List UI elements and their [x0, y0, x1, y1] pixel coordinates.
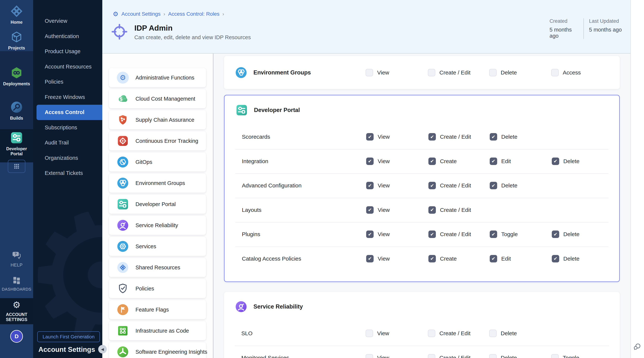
resource-category-feature-flags[interactable]: Feature Flags	[109, 300, 206, 319]
resource-category-shared-resources[interactable]: Shared Resources	[109, 258, 206, 277]
user-avatar[interactable]: D	[10, 330, 23, 343]
resource-category-gitops[interactable]: GitOps	[109, 152, 206, 171]
checkbox-delete-unchecked[interactable]	[489, 69, 496, 76]
resource-category-supply-chain-assurance[interactable]: Supply Chain Assurance	[109, 110, 206, 129]
resource-category-label: Shared Resources	[136, 264, 180, 271]
sidebar-item-audit-trail[interactable]: Audit Trail	[33, 135, 102, 150]
checkbox-view-unchecked[interactable]	[366, 69, 373, 76]
checkbox-delete-checked[interactable]: ✔	[490, 133, 497, 140]
sidebar-collapse-button[interactable]: ◀	[98, 345, 107, 353]
resource-category-continuous-error-tracking[interactable]: Continuous Error Tracking	[109, 131, 206, 150]
sidebar-item-policies[interactable]: Policies	[33, 74, 102, 90]
sidebar-item-external-tickets[interactable]: External Tickets	[33, 165, 102, 181]
breadcrumb-account-settings[interactable]: Account Settings	[121, 11, 160, 17]
checkbox-create-edit-checked[interactable]: ✔	[428, 206, 436, 214]
permission-label: Delete	[501, 134, 518, 140]
permission-label: Delete	[563, 256, 580, 262]
checkbox-delete-checked[interactable]: ✔	[552, 255, 559, 262]
permission-label: Access	[563, 69, 581, 76]
resource-category-environment-groups[interactable]: Environment Groups	[109, 173, 206, 193]
launch-first-generation-button[interactable]: Launch First Generation	[37, 331, 100, 342]
rail-module-home[interactable]: Home	[0, 5, 33, 25]
checkbox-edit-checked[interactable]: ✔	[490, 157, 497, 165]
sidebar-item-product-usage[interactable]: Product Usage	[33, 44, 102, 59]
permission-delete: Delete	[489, 354, 517, 358]
checkbox-create-checked[interactable]: ✔	[428, 157, 436, 165]
breadcrumb-access-control-roles[interactable]: Access Control: Roles	[168, 11, 219, 17]
checkbox-view-checked[interactable]: ✔	[366, 182, 374, 189]
rail-module-builds[interactable]: Builds	[0, 101, 33, 121]
permission-edit: ✔Edit	[490, 157, 511, 165]
sidebar-item-label: Subscriptions	[45, 124, 77, 131]
checkbox-view-checked[interactable]: ✔	[366, 255, 374, 262]
checkbox-create-edit-checked[interactable]: ✔	[428, 133, 436, 140]
checkbox-access-unchecked[interactable]	[551, 69, 559, 76]
section-title: Service Reliability	[254, 303, 303, 310]
permission-row-label: SLO	[241, 330, 252, 336]
checkbox-create-edit-checked[interactable]: ✔	[428, 231, 436, 238]
sidebar-item-access-control[interactable]: Access Control	[36, 105, 102, 120]
checkbox-edit-checked[interactable]: ✔	[490, 255, 497, 262]
rail-item-dashboards[interactable]: DASHBOARDS	[0, 276, 33, 292]
module-switcher-button[interactable]	[8, 160, 25, 173]
sidebar-item-account-resources[interactable]: Account Resources	[33, 59, 102, 74]
checkbox-create-edit-checked[interactable]: ✔	[428, 182, 436, 189]
resource-category-software-engineering-insights[interactable]: Software Engineering Insights	[109, 342, 206, 358]
resource-category-panel: ⚙Administrative Functions$Cloud Cost Man…	[102, 54, 213, 358]
checkbox-create-edit-unchecked[interactable]	[428, 330, 435, 337]
resource-category-infrastructure-as-code[interactable]: Infrastructure as Code	[109, 321, 206, 340]
resource-category-cloud-cost-management[interactable]: $Cloud Cost Management	[109, 89, 206, 108]
permission-label: Delete	[501, 355, 517, 358]
cube-icon	[10, 31, 23, 43]
cd-pipeline-icon	[10, 66, 23, 79]
checkbox-view-checked[interactable]: ✔	[366, 133, 374, 140]
resource-category-service-reliability[interactable]: Service Reliability	[109, 216, 206, 235]
permission-row-label: Catalog Access Policies	[242, 256, 301, 262]
resource-category-developer-portal[interactable]: Developer Portal	[109, 195, 206, 214]
checkbox-delete-checked[interactable]: ✔	[490, 182, 497, 189]
sidebar-item-authentication[interactable]: Authentication	[33, 29, 102, 44]
sidebar-item-organizations[interactable]: Organizations	[33, 150, 102, 166]
sidebar-item-subscriptions[interactable]: Subscriptions	[33, 120, 102, 135]
permission-view: ✔View	[366, 182, 390, 189]
checkbox-view-unchecked[interactable]	[366, 330, 373, 337]
created-value: 5 months ago	[550, 27, 578, 39]
checkbox-create-checked[interactable]: ✔	[428, 255, 436, 262]
permission-row-label: Scorecards	[242, 134, 270, 140]
checkbox-create-edit-unchecked[interactable]	[428, 354, 435, 358]
rail-module-developer-portal[interactable]: Developer Portal	[0, 131, 33, 156]
permission-label: Create / Edit	[440, 69, 470, 76]
rail-module-deployments-label: Deployments	[3, 81, 30, 86]
checkbox-delete-checked[interactable]: ✔	[552, 157, 559, 165]
sidebar-item-label: Overview	[45, 18, 67, 24]
permission-label: Create	[440, 158, 457, 164]
checkbox-delete-unchecked[interactable]	[489, 330, 496, 337]
rail-item-account-settings[interactable]: ⚙ ACCOUNT SETTINGS	[0, 300, 33, 322]
resource-category-administrative-functions[interactable]: ⚙Administrative Functions	[109, 68, 206, 87]
checkbox-delete-unchecked[interactable]	[489, 354, 496, 358]
checkbox-toggle-checked[interactable]: ✔	[490, 231, 497, 238]
supply-chain-icon	[117, 114, 129, 126]
permission-delete: ✔Delete	[490, 133, 518, 140]
permission-create: ✔Create	[428, 255, 457, 262]
resource-category-services[interactable]: Services	[109, 237, 206, 256]
checkbox-view-checked[interactable]: ✔	[366, 206, 374, 214]
gitops-icon	[117, 156, 129, 168]
checkbox-view-checked[interactable]: ✔	[366, 231, 374, 238]
checkbox-toggle-unchecked[interactable]	[551, 354, 559, 358]
checkbox-view-checked[interactable]: ✔	[366, 157, 374, 165]
resource-category-policies[interactable]: Policies	[109, 279, 206, 298]
rail-module-projects[interactable]: Projects	[0, 31, 33, 51]
page-subtitle: Can create, edit, delete and view IDP Re…	[134, 34, 251, 41]
sidebar-item-freeze-windows[interactable]: Freeze Windows	[33, 90, 102, 105]
support-chat-icon[interactable]	[633, 342, 642, 351]
checkbox-view-unchecked[interactable]	[366, 354, 373, 358]
resource-category-label: Infrastructure as Code	[136, 328, 189, 334]
sidebar-item-overview[interactable]: Overview	[33, 14, 102, 29]
resource-category-label: Continuous Error Tracking	[136, 138, 198, 144]
rail-item-help[interactable]: ? HELP	[0, 251, 33, 267]
breadcrumb-gear-icon: ⚙	[113, 11, 118, 17]
checkbox-create-edit-unchecked[interactable]	[428, 69, 435, 76]
checkbox-delete-checked[interactable]: ✔	[552, 231, 559, 238]
rail-module-deployments[interactable]: Deployments	[0, 66, 33, 86]
